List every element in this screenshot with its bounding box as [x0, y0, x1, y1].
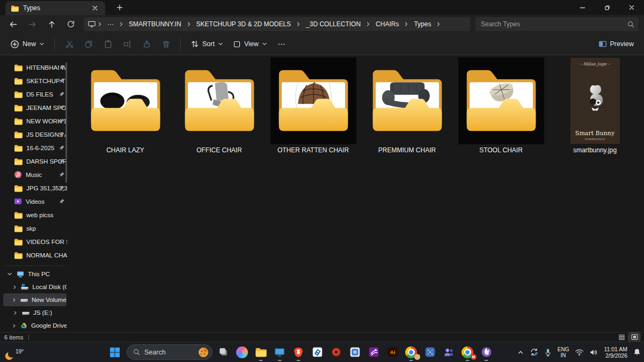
- taskbar-search[interactable]: Search: [127, 344, 213, 360]
- taskbar-app-chrome-avatar[interactable]: [403, 343, 419, 361]
- sidebar-item-music[interactable]: Music: [0, 168, 70, 181]
- file-premmium-chair[interactable]: PREMMIUM CHAIR: [360, 57, 454, 154]
- new-button[interactable]: New: [5, 37, 49, 51]
- microphone-icon[interactable]: [542, 344, 554, 360]
- sidebar-item-jeenam-sports[interactable]: JEENAM SPORTS: [0, 101, 70, 114]
- start-button[interactable]: [106, 343, 124, 361]
- taskbar-app-illustrator[interactable]: Ai: [384, 343, 400, 361]
- breadcrumb-item-sketchuup-3d-2d-models[interactable]: SKETCHUUP 3D & 2D MODELS: [192, 19, 296, 29]
- breadcrumb-item-types[interactable]: Types: [409, 19, 435, 29]
- tab-close-icon[interactable]: [89, 2, 101, 14]
- details-view-button[interactable]: [616, 333, 627, 342]
- paste-button[interactable]: [98, 36, 118, 52]
- taskbar-app-blue-grid-app[interactable]: [422, 343, 438, 361]
- delete-button[interactable]: [156, 36, 175, 52]
- breadcrumb-chevron-icon[interactable]: [403, 21, 409, 27]
- sidebar-item-web-picss[interactable]: web picss: [0, 208, 70, 221]
- forward-button[interactable]: [23, 16, 42, 32]
- volume-icon[interactable]: [587, 344, 600, 360]
- file-smartbunny-jpg[interactable]: - Milan Jage -Smart Bunnysmartbunny.insm…: [548, 57, 642, 154]
- breadcrumb[interactable]: ···SMARTBUNNY.INSKETCHUUP 3D & 2D MODELS…: [84, 17, 470, 31]
- sidebar-item-d5-files[interactable]: D5 FILES: [0, 87, 70, 101]
- taskbar-app-display[interactable]: [272, 343, 288, 361]
- breadcrumb-item-smartbunny-in[interactable]: SMARTBUNNY.IN: [125, 19, 186, 29]
- sync-icon[interactable]: [528, 344, 541, 360]
- breadcrumb-chevron-icon[interactable]: [435, 21, 442, 27]
- breadcrumb-chevron-icon[interactable]: [97, 21, 103, 27]
- taskbar-app-teams[interactable]: 3: [441, 343, 457, 361]
- sidebar-item-js-designs-all[interactable]: JS DESIGNS ALL: [0, 128, 70, 141]
- refresh-button[interactable]: [61, 16, 80, 32]
- this-pc-monitor-icon[interactable]: [87, 20, 97, 28]
- view-button[interactable]: View: [228, 38, 272, 51]
- file-stool-chair[interactable]: STOOL CHAIR: [454, 57, 548, 154]
- chevron-right-icon[interactable]: [12, 298, 17, 302]
- large-icons-view-button[interactable]: [629, 333, 640, 342]
- rename-button[interactable]: [118, 36, 137, 52]
- sidebar-item-sketchup-tuto[interactable]: SKETCHUP TUTO: [0, 74, 70, 87]
- taskbar-app-photos[interactable]: [347, 343, 363, 361]
- sidebar-item-google-drive-g[interactable]: Google Drive (G:): [3, 319, 67, 332]
- breadcrumb-chevron-icon[interactable]: [118, 21, 125, 27]
- sidebar-item-normal-chair[interactable]: NORMAL CHAIR: [0, 248, 70, 262]
- chevron-down-icon[interactable]: [6, 271, 13, 277]
- sidebar-item-jpg-351-352-353[interactable]: JPG 351,352,353: [0, 181, 70, 195]
- sort-button[interactable]: Sort: [186, 37, 228, 51]
- share-button[interactable]: [137, 36, 156, 52]
- taskbar-app-task-view[interactable]: [215, 343, 231, 361]
- cut-button[interactable]: [60, 36, 79, 52]
- sidebar-item-darsh-sports[interactable]: DARSH SPORTS: [0, 154, 70, 168]
- sidebar-item-local-disk-c[interactable]: Local Disk (C:): [3, 280, 67, 293]
- notification-bell-icon[interactable]: [631, 344, 643, 360]
- breadcrumb-item-3d-collection[interactable]: _3D COLLECTION: [302, 19, 365, 29]
- breadcrumb-chevron-icon[interactable]: [186, 21, 192, 27]
- taskbar-app-opera[interactable]: [328, 343, 344, 361]
- sidebar-item-this-pc[interactable]: This PC: [3, 268, 67, 280]
- sidebar-item-videos[interactable]: Videos: [0, 195, 70, 208]
- sidebar-item-skp[interactable]: skp: [0, 221, 70, 235]
- file-chair-lazy[interactable]: CHAIR LAZY: [78, 57, 172, 154]
- taskbar-app-file-explorer[interactable]: [253, 343, 269, 361]
- taskbar-app-rabbit-app[interactable]: [478, 343, 494, 361]
- taskbar-app-brave[interactable]: [290, 343, 306, 361]
- sidebar-item-js-e[interactable]: JS (E:): [3, 306, 67, 319]
- taskbar-app-chrome-m[interactable]: M: [459, 343, 475, 361]
- sidebar-divider: [4, 265, 65, 266]
- sidebar-scrollbar[interactable]: [65, 62, 67, 183]
- preview-toggle[interactable]: Preview: [594, 37, 639, 51]
- sidebar-item-16-6-2025[interactable]: 16-6-2025: [0, 141, 70, 154]
- taskbar-app-sketchup[interactable]: [309, 343, 325, 361]
- language-indicator[interactable]: ENG IN: [555, 346, 572, 358]
- file-office-chair[interactable]: OFFICE CHAIR: [172, 57, 266, 154]
- chevron-right-icon[interactable]: [12, 311, 18, 315]
- sidebar-item-new-work-13[interactable]: NEW WORK 13: [0, 114, 70, 128]
- sidebar-item-new-volume-d[interactable]: New Volume (D:): [3, 293, 67, 306]
- restore-button[interactable]: [595, 0, 619, 15]
- explorer-tab[interactable]: Types: [5, 1, 105, 15]
- chevron-right-icon[interactable]: [12, 285, 17, 290]
- breadcrumb-overflow[interactable]: ···: [103, 19, 118, 29]
- file-other-ratten-chair[interactable]: OTHER RATTEN CHAIR: [266, 57, 360, 154]
- this-pc-icon: [16, 270, 25, 278]
- sidebar-item-hitenbhai-wo[interactable]: HITENBHAI WO: [0, 61, 70, 74]
- sidebar-item-videos-for-smar[interactable]: VIDEOS FOR SMAR: [0, 235, 70, 248]
- taskbar-app-copilot[interactable]: [234, 343, 250, 361]
- search-box[interactable]: [475, 17, 639, 31]
- more-options-button[interactable]: [272, 36, 291, 52]
- breadcrumb-chevron-icon[interactable]: [365, 21, 371, 27]
- weather-widget[interactable]: 19°: [4, 350, 24, 361]
- taskbar-app-purple-wave-app[interactable]: [365, 343, 382, 361]
- new-tab-button[interactable]: [114, 2, 126, 13]
- wifi-icon[interactable]: [573, 344, 586, 360]
- search-input[interactable]: [480, 20, 624, 28]
- back-button[interactable]: [3, 16, 23, 32]
- chevron-right-icon[interactable]: [12, 323, 17, 328]
- up-button[interactable]: [42, 16, 61, 32]
- breadcrumb-item-chairs[interactable]: CHAIRs: [371, 19, 403, 29]
- close-button[interactable]: [619, 0, 644, 15]
- clock[interactable]: 11:01 AM 2/9/2026: [601, 346, 630, 359]
- hidden-icons-chevron[interactable]: [515, 344, 526, 360]
- copy-button[interactable]: [79, 36, 98, 52]
- breadcrumb-chevron-icon[interactable]: [295, 21, 302, 27]
- minimize-button[interactable]: [570, 0, 595, 15]
